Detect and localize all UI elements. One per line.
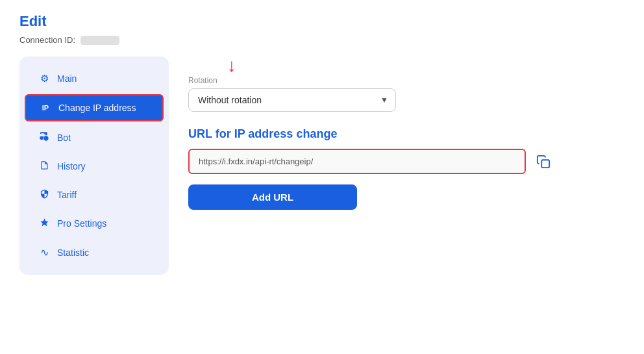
sidebar-item-pro-settings[interactable]: Pro Settings	[25, 210, 164, 236]
history-icon	[38, 160, 51, 172]
sidebar-item-statistic[interactable]: ∿ Statistic	[25, 239, 164, 266]
sidebar: ⚙ Main IP Change IP address Bot History	[19, 57, 169, 275]
content-inner: ↓ Rotation Without rotation Every 5 minu…	[188, 57, 605, 210]
connection-id-value	[80, 36, 119, 45]
url-input-row: ←	[188, 149, 605, 174]
svg-rect-0	[541, 160, 549, 168]
sidebar-item-change-ip[interactable]: IP Change IP address	[25, 94, 164, 121]
sidebar-item-history-label: History	[57, 161, 86, 171]
url-section-title: URL for IP address change	[188, 127, 605, 141]
sidebar-item-main-label: Main	[57, 73, 77, 84]
sidebar-item-bot-label: Bot	[57, 133, 71, 143]
rotation-arrow-icon: ↓	[227, 57, 236, 75]
content-area: ↓ Rotation Without rotation Every 5 minu…	[169, 57, 625, 210]
rotation-label: Rotation	[188, 76, 605, 85]
star-icon	[38, 218, 51, 229]
connection-id-label: Connection ID:	[19, 35, 75, 45]
sidebar-item-tariff[interactable]: Tariff	[25, 182, 164, 208]
sidebar-item-history[interactable]: History	[25, 153, 164, 179]
tariff-icon	[38, 189, 51, 201]
add-url-button[interactable]: Add URL	[188, 184, 357, 210]
main-layout: ⚙ Main IP Change IP address Bot History	[19, 57, 625, 275]
sidebar-item-change-ip-label: Change IP address	[58, 103, 136, 113]
statistic-icon: ∿	[38, 246, 51, 259]
copy-button[interactable]	[534, 152, 553, 171]
sidebar-item-tariff-label: Tariff	[57, 190, 77, 200]
ip-icon: IP	[39, 104, 52, 112]
page-title: Edit	[19, 13, 625, 30]
url-input[interactable]	[188, 149, 526, 174]
bot-icon	[38, 131, 51, 144]
sidebar-item-main[interactable]: ⚙ Main	[25, 66, 164, 92]
copy-icon	[536, 155, 551, 169]
connection-id-row: Connection ID:	[19, 35, 625, 45]
sidebar-item-pro-settings-label: Pro Settings	[57, 218, 106, 229]
sidebar-item-bot[interactable]: Bot	[25, 124, 164, 151]
rotation-select[interactable]: Without rotation Every 5 minutes Every 1…	[188, 88, 396, 112]
gear-icon: ⚙	[38, 73, 51, 84]
page-container: Edit Connection ID: ⚙ Main IP Change IP …	[19, 13, 625, 275]
rotation-section: Rotation Without rotation Every 5 minute…	[188, 76, 605, 112]
sidebar-item-statistic-label: Statistic	[57, 247, 89, 258]
rotation-select-wrapper: Without rotation Every 5 minutes Every 1…	[188, 88, 396, 112]
copy-area: ←	[534, 152, 553, 171]
url-section: URL for IP address change	[188, 127, 605, 210]
